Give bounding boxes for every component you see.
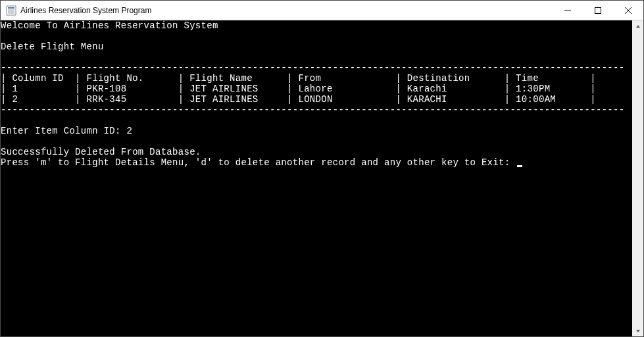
maximize-button[interactable] (583, 1, 613, 20)
svg-rect-1 (8, 7, 14, 9)
text-cursor (517, 165, 522, 167)
window-title: Airlines Reservation System Program (20, 6, 553, 15)
app-icon (6, 5, 16, 16)
scrollbar-track[interactable] (632, 32, 643, 325)
minimize-button[interactable] (553, 1, 583, 20)
svg-marker-7 (636, 25, 640, 28)
svg-rect-2 (8, 9, 14, 14)
titlebar: Airlines Reservation System Program (1, 1, 643, 20)
console-output[interactable]: Welcome To Airlines Reservation System D… (1, 20, 632, 336)
scroll-down-button[interactable] (632, 325, 643, 336)
app-window: Airlines Reservation System Program Welc… (0, 0, 644, 337)
window-controls (553, 1, 643, 20)
close-button[interactable] (613, 1, 643, 20)
vertical-scrollbar[interactable] (632, 20, 643, 336)
scroll-up-button[interactable] (632, 20, 643, 32)
client-area: Welcome To Airlines Reservation System D… (1, 20, 643, 336)
svg-marker-8 (636, 330, 640, 332)
svg-rect-4 (595, 7, 601, 13)
